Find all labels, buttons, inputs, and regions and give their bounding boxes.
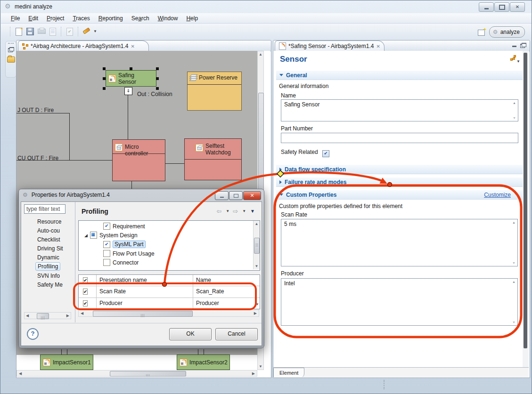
- resize-handle[interactable]: [156, 87, 159, 90]
- scroll-right-icon[interactable]: ▶: [252, 370, 255, 377]
- block-safing-sensor[interactable]: Safing Sensor: [106, 70, 156, 87]
- nav-item-checklist[interactable]: Checklist: [35, 235, 62, 244]
- column-name[interactable]: Name: [193, 275, 260, 286]
- tree-item-connector[interactable]: Connector: [103, 259, 139, 266]
- scroll-down-icon[interactable]: ▼: [258, 364, 263, 369]
- tab-element[interactable]: Element: [273, 368, 304, 377]
- checked-checkbox[interactable]: ✔: [103, 241, 110, 248]
- section-data-flow[interactable]: Data flow specification: [276, 164, 523, 174]
- section-general[interactable]: General: [276, 70, 523, 80]
- scroll-up-icon[interactable]: ▲: [511, 101, 517, 105]
- scroll-down-icon[interactable]: ▼: [511, 261, 517, 265]
- window-titlebar[interactable]: ⚙ medini analyze ✕: [0, 0, 532, 13]
- save-icon[interactable]: [26, 27, 34, 36]
- resize-handle[interactable]: [103, 77, 106, 80]
- scroll-up-icon[interactable]: ▲: [511, 280, 517, 283]
- scroll-right-icon[interactable]: ▶: [254, 310, 257, 316]
- validate-icon[interactable]: [65, 27, 74, 36]
- menu-file[interactable]: File: [7, 13, 24, 24]
- nav-item-profiling[interactable]: Profiling: [35, 262, 60, 271]
- ok-button[interactable]: OK: [169, 328, 212, 340]
- analyze-perspective-button[interactable]: ⚙ analyze: [489, 26, 525, 38]
- scrollbar-thumb[interactable]: [524, 53, 527, 348]
- scan-rate-field[interactable]: 5 ms ▲▼: [281, 219, 518, 266]
- block-power-reserve[interactable]: Power Reserve: [187, 72, 242, 111]
- scroll-right-icon[interactable]: ▶: [66, 313, 69, 319]
- tab-airbag-architecture[interactable]: *Airbag Architecture - AirbagSystem1.4 ✕: [18, 40, 149, 51]
- report-icon[interactable]: [49, 27, 57, 36]
- column-presentation-name[interactable]: Presentation name: [97, 275, 193, 286]
- part-number-field[interactable]: [281, 133, 518, 143]
- block-selftest-watchdog[interactable]: SelftestWatchdog: [184, 138, 242, 180]
- highlighter-dropdown-icon[interactable]: ▼: [93, 29, 97, 33]
- forward-icon[interactable]: ⇨: [233, 208, 238, 215]
- cell-name[interactable]: Producer: [193, 298, 260, 309]
- canvas-horizontal-scrollbar[interactable]: ◀ ||| ▶: [16, 370, 257, 377]
- safety-related-checkbox[interactable]: ✔: [322, 150, 329, 157]
- filter-input[interactable]: type filter text: [24, 204, 65, 214]
- nav-item-safety-me[interactable]: Safety Me: [35, 281, 65, 289]
- scroll-left-icon[interactable]: ◀: [26, 313, 29, 319]
- resize-handle[interactable]: [156, 77, 159, 80]
- nav-horizontal-scrollbar[interactable]: ◀ ||| ▶: [24, 312, 71, 319]
- back-dropdown-icon[interactable]: ▼: [226, 209, 229, 213]
- row-checkbox-cell[interactable]: ✔: [79, 286, 97, 298]
- tree-item-sysml-part[interactable]: ✔SysML Part: [103, 241, 146, 248]
- tab-close-icon[interactable]: ✕: [376, 44, 380, 49]
- resize-handle[interactable]: [103, 87, 106, 90]
- cancel-button[interactable]: Cancel: [215, 328, 258, 340]
- menu-traces[interactable]: Traces: [68, 13, 94, 24]
- dialog-minimize-button[interactable]: [215, 191, 229, 200]
- menu-project[interactable]: Project: [42, 13, 68, 24]
- scrollbar-thumb[interactable]: |||: [37, 313, 49, 319]
- view-menu-dropdown-icon[interactable]: ▼: [250, 209, 255, 214]
- menu-window[interactable]: Window: [154, 13, 182, 24]
- menu-reporting[interactable]: Reporting: [94, 13, 127, 24]
- maximize-button[interactable]: [494, 2, 509, 12]
- status-drag-handle[interactable]: [384, 380, 386, 389]
- resize-handle[interactable]: [130, 67, 132, 70]
- table-scroll-down-icon[interactable]: ▼: [255, 302, 259, 306]
- section-failure-rate[interactable]: Failure rate and modes: [276, 177, 523, 187]
- dialog-maximize-button[interactable]: [229, 191, 243, 200]
- expander-icon[interactable]: ◢: [84, 233, 88, 238]
- help-button[interactable]: ?: [27, 328, 39, 340]
- section-custom-properties[interactable]: Custom Properties Customize: [276, 190, 523, 200]
- scroll-left-icon[interactable]: ◀: [19, 370, 22, 377]
- menu-edit[interactable]: Edit: [24, 13, 42, 24]
- cell-presentation-name[interactable]: Producer: [97, 298, 193, 309]
- block-impact-sensor1[interactable]: ImpactSensor1: [40, 354, 93, 370]
- view-minimize-icon[interactable]: [512, 43, 518, 48]
- scroll-up-icon[interactable]: ▲: [258, 52, 263, 57]
- unchecked-checkbox[interactable]: [103, 250, 110, 257]
- table-horizontal-scrollbar[interactable]: ◀ ||| ▶: [78, 310, 259, 317]
- cell-presentation-name[interactable]: Scan Rate: [97, 286, 193, 298]
- minimize-button[interactable]: [479, 2, 494, 12]
- row-checkbox-cell[interactable]: ✔: [79, 298, 97, 309]
- field-scroll[interactable]: ▲▼: [511, 220, 517, 265]
- scrollbar-thumb[interactable]: |||: [110, 371, 186, 377]
- field-scroll[interactable]: ▲▼: [511, 100, 517, 121]
- new-diagram-icon[interactable]: ✶: [15, 27, 23, 36]
- scroll-down-icon[interactable]: ▼: [511, 116, 517, 120]
- resize-handle[interactable]: [156, 67, 159, 70]
- open-perspective-icon[interactable]: ✦: [478, 28, 486, 36]
- scroll-left-icon[interactable]: ◀: [81, 310, 83, 316]
- scrollbar-thumb[interactable]: |||: [93, 311, 193, 317]
- checked-checkbox[interactable]: ✔: [103, 223, 110, 230]
- nav-item-driving-sit[interactable]: Driving Sit: [35, 244, 65, 253]
- nav-item-dynamic[interactable]: Dynamic: [35, 253, 61, 262]
- tree-item-flow-port-usage[interactable]: Flow Port Usage: [103, 250, 155, 257]
- nav-item-resource[interactable]: Resource: [35, 217, 63, 226]
- form-vertical-scrollbar[interactable]: [523, 51, 529, 368]
- tab-safing-sensor[interactable]: *Safing Sensor - AirbagSystem1.4 ✕: [275, 40, 385, 51]
- forward-dropdown-icon[interactable]: ▼: [242, 209, 246, 213]
- tab-close-icon[interactable]: ✕: [131, 44, 134, 49]
- out-port[interactable]: ⇓: [124, 87, 132, 95]
- header-checkbox-cell[interactable]: ✔: [79, 275, 97, 286]
- scrollbar-thumb[interactable]: [254, 238, 260, 254]
- project-explorer-folder-icon[interactable]: [7, 56, 15, 63]
- nav-item-auto-cou[interactable]: Auto-cou: [35, 226, 62, 235]
- dialog-titlebar[interactable]: ⚙ Properties for AirbagSystem1.4: [23, 192, 110, 198]
- customize-link[interactable]: Customize: [484, 192, 511, 198]
